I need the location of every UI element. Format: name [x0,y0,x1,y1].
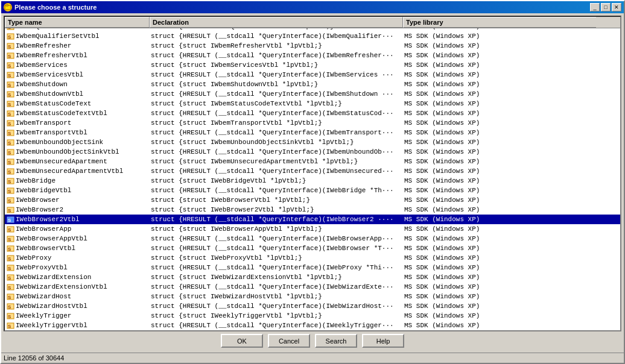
cell-declaration: struct {struct IWbemStatusCodeTextVtbl *… [150,99,403,108]
svg-text:S: S [8,285,11,290]
table-row[interactable]: S IWbemServicesstruct {struct IWbemServi… [5,60,620,70]
col-header-declaration[interactable]: Declaration [150,17,403,28]
struct-icon: S [6,254,14,262]
table-row[interactable]: S IWeeklyTriggerstruct {struct IWeeklyTr… [5,311,620,321]
table-row[interactable]: S IWebBridgeVtblstruct {HRESULT (__stdca… [5,186,620,195]
table-row[interactable]: S IWebBrowserstruct {struct IWebBrowserV… [5,195,620,205]
col-header-type-name[interactable]: Type name [5,17,150,28]
table-row[interactable]: S IWbemQualifierSetVtblstruct {HRESULT (… [5,31,620,41]
table-row[interactable]: S IWbemStatusCodeTextVtblstruct {HRESULT… [5,108,620,118]
cell-type-library: MS SDK (Windows XP) [403,176,590,186]
type-name-text: IWeeklyTrigger [16,311,71,321]
cell-declaration: struct {struct IWebBrowserAppVtbl *lpVtb… [150,224,403,234]
type-name-text: IWebProxyVtbl [16,263,68,272]
ok-button[interactable]: OK [221,334,263,348]
type-name-text: IWbemRefresher [16,41,71,51]
cancel-button[interactable]: Cancel [268,334,310,348]
table-row[interactable]: S IWebBrowser2struct {struct IWebBrowser… [5,205,620,215]
table-row[interactable]: S IWebBridgestruct {struct IWebBridgeVtb… [5,176,620,186]
table-row[interactable]: S IWebProxyVtblstruct {HRESULT (__stdcal… [5,263,620,272]
table-row[interactable]: S IWbemUnsecuredApartmentstruct {struct … [5,157,620,166]
cell-type-name: S IWbemStatusCodeTextVtbl [5,108,150,118]
cell-declaration: struct {HRESULT (__stdcall *QueryInterfa… [150,186,403,195]
svg-text:S: S [8,140,11,146]
table-row[interactable]: S IWebWizardExtensionVtblstruct {HRESULT… [5,282,620,292]
table-row[interactable]: S IWbemTransportVtblstruct {HRESULT (__s… [5,128,620,137]
table-row[interactable]: S IWbemServicesVtblstruct {HRESULT (__st… [5,70,620,80]
table-row[interactable]: S IWbemRefresherVtblstruct {HRESULT (__s… [5,51,620,60]
table-row[interactable]: S IWbemRefresherstruct {struct IWbemRefr… [5,41,620,51]
table-row[interactable]: S IWebBrowserAppstruct {struct IWebBrows… [5,224,620,234]
type-name-text: IWbemServices [16,60,68,70]
cell-type-library: MS SDK (Windows XP) [403,301,590,311]
cell-declaration: struct {HRESULT (__stdcall *QueryInterfa… [150,166,403,176]
svg-rect-1 [6,4,8,6]
cell-declaration: struct {HRESULT (__stdcall *QueryInterfa… [150,89,403,99]
table-row[interactable]: S IWebBrowser2Vtblstruct {HRESULT (__std… [5,215,620,224]
table-row[interactable]: S IWbemUnboundObjectSinkVtblstruct {HRES… [5,147,620,157]
svg-text:S: S [8,227,11,233]
table-row[interactable]: S IWebWizardExtensionstruct {struct IWeb… [5,272,620,282]
table-row[interactable]: S IWbemStatusCodeTextstruct {struct IWbe… [5,99,620,108]
cell-type-library: MS SDK (Windows XP) [403,128,590,137]
struct-icon: S [6,196,14,204]
type-name-text: IWebWizardExtension [16,272,91,282]
type-name-text: IWbemRefresherVtbl [16,51,87,60]
cell-type-name: S IWebBrowser2 [5,205,150,215]
table-row[interactable]: S IWbemUnboundObjectSinkstruct {struct I… [5,137,620,147]
table-row[interactable]: S IWbemShutdownstruct {struct IWbemShutd… [5,80,620,89]
cell-type-name: S IWebBrowser2Vtbl [5,215,150,224]
type-name-text: IWebBrowserAppVtbl [16,234,87,243]
svg-text:S: S [8,295,11,300]
cell-type-name: S IWeeklyTrigger [5,311,150,321]
cell-type-library: MS SDK (Windows XP) [403,311,590,321]
cell-type-name: S IWbemServicesVtbl [5,70,150,80]
table-row[interactable]: S IWebBrowserAppVtblstruct {HRESULT (__s… [5,234,620,243]
type-name-text: IWebBrowserVtbl [16,243,75,253]
col-header-type-library[interactable]: Type library [403,17,596,28]
search-button[interactable]: Search [315,334,357,348]
struct-icon: S [6,263,14,272]
cell-type-library: MS SDK (Windows XP) [403,205,590,215]
table-body[interactable]: S IWbemProviderInitVtblstruct {HRESULT (… [5,28,620,330]
cell-type-name: S IWbemTransport [5,118,150,128]
cell-type-name: S IWebWizardHost [5,292,150,301]
type-name-text: IWebBrowser2Vtbl [16,215,80,224]
cell-type-name: S IWebProxyVtbl [5,263,150,272]
table-row[interactable]: S IWebWizardHostVtblstruct {HRESULT (__s… [5,301,620,311]
cell-type-library: MS SDK (Windows XP) [403,137,590,147]
table-row[interactable]: S IWebBrowserVtblstruct {HRESULT (__stdc… [5,243,620,253]
close-button[interactable]: ✕ [612,3,621,11]
cell-declaration: struct {struct IWbemShutdownVtbl *lpVtbl… [150,80,403,89]
cell-declaration: struct {struct IWebWizardHostVtbl *lpVtb… [150,292,403,301]
svg-text:S: S [8,83,11,88]
table-row[interactable]: S IWebProxystruct {struct IWebProxyVtbl … [5,253,620,263]
cell-type-library: MS SDK (Windows XP) [403,99,590,108]
cell-declaration: struct {HRESULT (__stdcall *QueryInterfa… [150,321,403,330]
cell-type-library: MS SDK (Windows XP) [403,243,590,253]
cell-declaration: struct {struct IWbemServicesVtbl *lpVtbl… [150,60,403,70]
struct-icon: S [6,157,14,166]
cell-declaration: struct {struct IWbemUnsecuredApartmentVt… [150,157,403,166]
table-row[interactable]: S IWbemTransportstruct {struct IWbemTran… [5,118,620,128]
table-row[interactable]: S IWeeklyTriggerVtblstruct {HRESULT (__s… [5,321,620,330]
cell-type-name: S IWebBrowser [5,195,150,205]
type-name-text: IWebBrowser2 [16,205,63,215]
struct-icon: S [6,302,14,310]
help-button[interactable]: Help [362,334,404,348]
status-text: Line 12056 of 30644 [4,354,64,362]
minimize-button[interactable]: _ [590,3,600,11]
table-row[interactable]: S IWbemShutdownVtblstruct {HRESULT (__st… [5,89,620,99]
type-name-text: IWebWizardHostVtbl [16,301,87,311]
maximize-button[interactable]: □ [601,3,611,11]
cell-declaration: struct {HRESULT (__stdcall *QueryInterfa… [150,128,403,137]
struct-icon: S [6,28,14,31]
type-name-text: IWbemShutdownVtbl [16,89,83,99]
table-row[interactable]: S IWbemUnsecuredApartmentVtblstruct {HRE… [5,166,620,176]
table-row[interactable]: S IWebWizardHoststruct {struct IWebWizar… [5,292,620,301]
svg-text:S: S [8,34,11,40]
cell-type-name: S IWbemUnsecuredApartment [5,157,150,166]
cell-declaration: struct {struct IWbemTransportVtbl *lpVtb… [150,118,403,128]
cell-declaration: struct {HRESULT (__stdcall *QueryInterfa… [150,51,403,60]
struct-icon: S [6,42,14,50]
